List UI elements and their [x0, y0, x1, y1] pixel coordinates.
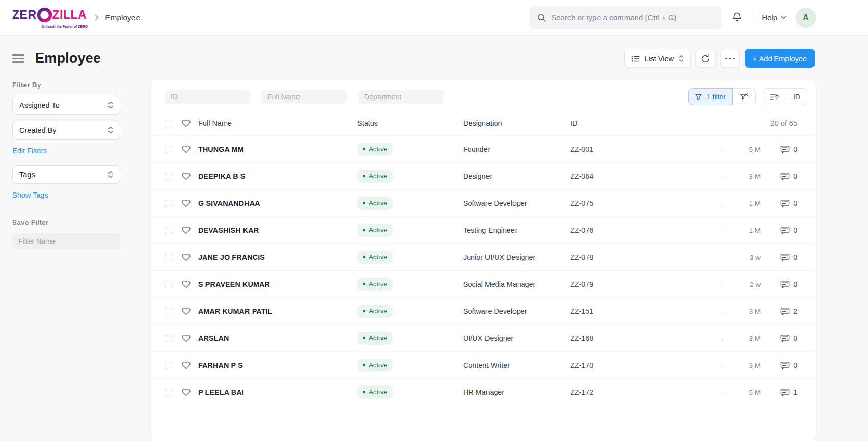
search-input[interactable] [551, 13, 714, 22]
comment-count[interactable]: 0 [761, 226, 797, 235]
row-checkbox[interactable] [165, 362, 172, 369]
sort-field-button[interactable]: ID [786, 89, 807, 105]
employee-name[interactable]: AMAR KUMAR PATIL [198, 307, 357, 315]
status-dot-icon [363, 148, 365, 150]
comment-count[interactable]: 0 [761, 199, 797, 208]
sort-order-button[interactable] [763, 89, 786, 105]
heart-icon[interactable] [182, 388, 198, 396]
view-switcher-button[interactable]: List View [624, 49, 691, 68]
assigned-to-value: - [714, 281, 731, 288]
notifications-bell-icon[interactable] [731, 12, 743, 23]
last-modified-value: 3 M [731, 362, 761, 369]
refresh-button[interactable] [696, 49, 715, 68]
employee-designation: Software Developer [463, 199, 570, 207]
heart-icon[interactable] [182, 307, 198, 315]
status-badge: Active [357, 278, 393, 291]
employee-name[interactable]: FARHAN P S [198, 361, 357, 369]
chevron-updown-icon [679, 54, 684, 62]
created-by-select[interactable]: Created By [12, 121, 120, 140]
tags-select[interactable]: Tags [12, 165, 120, 184]
clear-filters-button[interactable] [733, 88, 756, 105]
header-full-name[interactable]: Full Name [198, 119, 357, 127]
heart-icon[interactable] [182, 361, 198, 369]
filter-by-label: Filter By [12, 81, 123, 89]
select-all-checkbox[interactable] [165, 120, 172, 127]
more-menu-button[interactable] [720, 49, 740, 68]
show-tags-link[interactable]: Show Tags [12, 191, 48, 199]
comment-bubble-icon [780, 334, 790, 343]
filter-name-input[interactable] [12, 233, 120, 249]
employee-name[interactable]: P LEELA BAI [198, 388, 357, 396]
table-row[interactable]: DEVASHISH KAR Active Testing Engineer ZZ… [151, 216, 816, 243]
heart-icon[interactable] [182, 172, 198, 180]
heart-icon[interactable] [182, 334, 198, 342]
row-checkbox[interactable] [165, 227, 172, 234]
active-filters-button[interactable]: 1 filter [688, 88, 733, 105]
chevron-updown-icon [108, 126, 113, 134]
row-checkbox[interactable] [165, 173, 172, 180]
result-count[interactable]: 20 of 65 [695, 119, 797, 127]
employee-name[interactable]: JANE JO FRANCIS [198, 253, 357, 261]
row-checkbox[interactable] [165, 146, 172, 153]
assigned-to-value: - [714, 146, 731, 153]
comment-count[interactable]: 1 [761, 388, 797, 397]
table-row[interactable]: P LEELA BAI Active HR Manager ZZ-172 - 5… [151, 378, 816, 405]
employee-name[interactable]: DEEPIKA B S [198, 172, 357, 180]
table-row[interactable]: S PRAVEEN KUMAR Active Social Media Mana… [151, 270, 816, 297]
edit-filters-link[interactable]: Edit Filters [12, 147, 47, 155]
table-row[interactable]: JANE JO FRANCIS Active Junior UI/UX Desi… [151, 243, 816, 270]
heart-icon[interactable] [182, 119, 198, 127]
sort-field-label: ID [793, 93, 800, 101]
table-row[interactable]: DEEPIKA B S Active Designer ZZ-064 - 3 M… [151, 162, 816, 189]
heart-icon[interactable] [182, 145, 198, 153]
breadcrumb-item-employee[interactable]: Employee [105, 13, 140, 22]
heart-icon[interactable] [182, 280, 198, 288]
comment-count[interactable]: 0 [761, 172, 797, 181]
table-row[interactable]: G SIVANANDHAA Active Software Developer … [151, 189, 816, 216]
employee-name[interactable]: G SIVANANDHAA [198, 199, 357, 207]
employee-name[interactable]: THUNGA MM [198, 145, 357, 153]
row-checkbox[interactable] [165, 389, 172, 396]
department-filter-input[interactable] [358, 90, 444, 104]
row-checkbox[interactable] [165, 335, 172, 342]
id-filter-input[interactable] [165, 90, 250, 104]
row-checkbox[interactable] [165, 200, 172, 207]
employee-name[interactable]: DEVASHISH KAR [198, 226, 357, 234]
comment-count[interactable]: 0 [761, 280, 797, 289]
help-menu[interactable]: Help [762, 13, 786, 22]
zerozilla-logo[interactable]: ZER ZILLA Unleash the Power of ZERO [12, 7, 87, 29]
heart-icon[interactable] [182, 253, 198, 261]
header-status[interactable]: Status [357, 119, 463, 127]
employee-name[interactable]: ARSLAN [198, 334, 357, 342]
heart-icon[interactable] [182, 199, 198, 207]
page-title: Employee [35, 50, 101, 66]
assigned-to-value: - [714, 308, 731, 315]
row-checkbox[interactable] [165, 281, 172, 288]
comment-count[interactable]: 2 [761, 307, 797, 316]
user-avatar[interactable]: A [796, 8, 816, 28]
table-row[interactable]: AMAR KUMAR PATIL Active Software Develop… [151, 297, 816, 324]
row-checkbox[interactable] [165, 308, 172, 315]
list-view-icon [631, 54, 640, 63]
heart-icon[interactable] [182, 226, 198, 234]
table-row[interactable]: ARSLAN Active UI/UX Designer ZZ-168 - 3 … [151, 324, 816, 351]
refresh-icon [701, 54, 710, 63]
full-name-filter-input[interactable] [261, 90, 347, 104]
row-checkbox[interactable] [165, 254, 172, 261]
comment-count[interactable]: 0 [761, 145, 797, 154]
global-search[interactable] [529, 7, 722, 29]
last-modified-value: 5 M [731, 389, 761, 396]
comment-count[interactable]: 0 [761, 253, 797, 262]
table-row[interactable]: FARHAN P S Active Content Writer ZZ-170 … [151, 351, 816, 378]
employee-name[interactable]: S PRAVEEN KUMAR [198, 280, 357, 288]
sidebar-toggle-icon[interactable] [12, 52, 24, 65]
add-employee-button[interactable]: + Add Employee [745, 49, 815, 68]
header-id[interactable]: ID [570, 119, 695, 127]
table-row[interactable]: THUNGA MM Active Founder ZZ-001 - 5 M 0 [151, 135, 816, 162]
assigned-to-select[interactable]: Assigned To [12, 96, 120, 115]
employee-id: ZZ-079 [570, 280, 695, 288]
comment-count[interactable]: 0 [761, 361, 797, 370]
comment-count[interactable]: 0 [761, 334, 797, 343]
header-designation[interactable]: Designation [463, 119, 570, 127]
assigned-to-value: - [714, 173, 731, 180]
